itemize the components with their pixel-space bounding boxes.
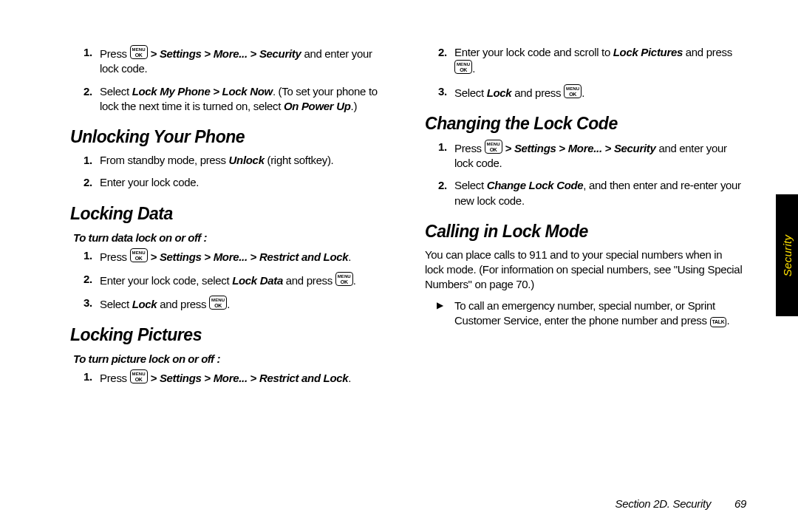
page-footer: Section 2D. Security 69 [615, 497, 746, 510]
side-tab-label: Security [781, 234, 794, 276]
step-item: 2. Select Lock My Phone > Lock Now. (To … [70, 84, 388, 115]
right-column: 2. Enter your lock code and scroll to Lo… [425, 41, 743, 477]
step-item: 1. Press MENUOK > Settings > More... > S… [425, 140, 743, 171]
text: and press [157, 298, 209, 310]
text: Select [100, 298, 132, 310]
menu-ok-key-icon: MENUOK [130, 45, 148, 59]
menu-ok-key-icon: MENUOK [335, 272, 353, 286]
step-item: 1. Press MENUOK > Settings > More... > S… [70, 45, 388, 77]
unlocking-steps: 1. From standby mode, press Unlock (righ… [70, 153, 388, 191]
step-number: 2. [83, 272, 92, 287]
bullet-item: To call an emergency number, special num… [425, 299, 743, 329]
manual-page: 1. Press MENUOK > Settings > More... > S… [0, 0, 798, 532]
continued-steps: 2. Enter your lock code and scroll to Lo… [425, 45, 743, 100]
heading-calling-in-lock-mode: Calling in Lock Mode [425, 222, 743, 242]
locking-data-steps: 1. Press MENUOK > Settings > More... > R… [70, 248, 388, 313]
lead-in-text: To turn data lock on or off : [73, 231, 388, 244]
text: and press [683, 46, 732, 58]
step-item: 1. Press MENUOK > Settings > More... > R… [70, 248, 388, 265]
side-tab: Security [776, 194, 798, 316]
nav-path: > Settings > More... > Restrict and Lock [151, 372, 349, 384]
text: (right softkey). [265, 154, 334, 166]
text: . [348, 372, 351, 384]
bold-italic: Unlock [229, 154, 265, 166]
nav-path: > Settings > More... > Security [505, 142, 656, 154]
step-item: 3. Select Lock and press MENUOK. [425, 84, 743, 100]
text: . [353, 274, 356, 287]
heading-locking-data: Locking Data [70, 204, 388, 224]
step-number: 2. [83, 84, 92, 99]
step-number: 1. [83, 45, 92, 60]
menu-ok-key-icon: MENUOK [130, 369, 148, 383]
paragraph: You can place calls to 911 and to your s… [425, 248, 743, 293]
step-item: 3. Select Lock and press MENUOK. [70, 296, 388, 312]
step-number: 3. [438, 84, 447, 99]
changing-lock-code-steps: 1. Press MENUOK > Settings > More... > S… [425, 140, 743, 208]
step-number: 1. [438, 140, 447, 154]
step-item: 2. Enter your lock code. [70, 175, 388, 190]
text: .) [351, 100, 358, 112]
calling-bullets: To call an emergency number, special num… [425, 299, 743, 329]
text: . [472, 62, 475, 75]
text: . [582, 86, 584, 99]
text: Select [454, 86, 487, 99]
text: From standby mode, press [100, 154, 229, 166]
menu-ok-key-icon: MENUOK [485, 140, 502, 154]
menu-ok-key-icon: MENUOK [454, 60, 472, 74]
text: . [348, 250, 351, 263]
nav-path: > Settings > More... > Security [151, 47, 301, 60]
heading-unlocking-your-phone: Unlocking Your Phone [70, 127, 388, 147]
heading-locking-pictures: Locking Pictures [70, 325, 388, 345]
step-number: 1. [83, 369, 92, 384]
step-item: 2. Enter your lock code and scroll to Lo… [425, 45, 743, 77]
text: and press [511, 86, 564, 99]
left-column: 1. Press MENUOK > Settings > More... > S… [70, 41, 388, 477]
top-steps: 1. Press MENUOK > Settings > More... > S… [70, 45, 388, 114]
text: Press [454, 142, 485, 154]
two-column-layout: 1. Press MENUOK > Settings > More... > S… [70, 41, 746, 477]
step-item: 1. From standby mode, press Unlock (righ… [70, 153, 388, 168]
step-item: 2. Select Change Lock Code, and then ent… [425, 178, 743, 208]
text: Enter your lock code. [100, 176, 199, 188]
text: Press [100, 372, 130, 384]
text: Enter your lock code, select [100, 274, 232, 287]
step-item: 2. Enter your lock code, select Lock Dat… [70, 272, 388, 288]
text: Press [100, 47, 130, 60]
footer-page-number: 69 [734, 497, 746, 510]
nav-path: > Settings > More... > Restrict and Lock [151, 250, 349, 263]
talk-key-icon: TALK [710, 317, 727, 327]
bold-italic: Lock Pictures [613, 46, 683, 58]
heading-changing-lock-code: Changing the Lock Code [425, 114, 743, 134]
menu-ok-key-icon: MENUOK [209, 296, 227, 310]
bold-italic: Lock My Phone > Lock Now [132, 85, 273, 98]
step-item: 1. Press MENUOK > Settings > More... > R… [70, 369, 388, 386]
footer-section: Section 2D. Security [615, 497, 712, 510]
bold-italic: Lock [487, 86, 512, 99]
locking-pictures-steps: 1. Press MENUOK > Settings > More... > R… [70, 369, 388, 386]
text: Select [100, 85, 132, 98]
text: and press [283, 274, 335, 287]
text: . [227, 298, 230, 310]
text: To call an emergency number, special num… [454, 299, 715, 327]
text: Enter your lock code and scroll to [454, 46, 613, 58]
text: Select [454, 179, 487, 191]
step-number: 3. [83, 296, 92, 310]
lead-in-text: To turn picture lock on or off : [73, 352, 388, 365]
text: Press [100, 250, 130, 263]
step-number: 1. [83, 153, 92, 168]
bold-italic: On Power Up [284, 100, 351, 112]
bold-italic: Change Lock Code [487, 179, 584, 191]
bold-italic: Lock Data [232, 274, 283, 287]
step-number: 1. [83, 248, 92, 263]
text: . [726, 314, 729, 327]
step-number: 2. [83, 175, 92, 190]
step-number: 2. [438, 45, 447, 60]
bold-italic: Lock [132, 298, 157, 310]
menu-ok-key-icon: MENUOK [130, 248, 148, 262]
step-number: 2. [438, 178, 447, 193]
menu-ok-key-icon: MENUOK [564, 84, 582, 98]
